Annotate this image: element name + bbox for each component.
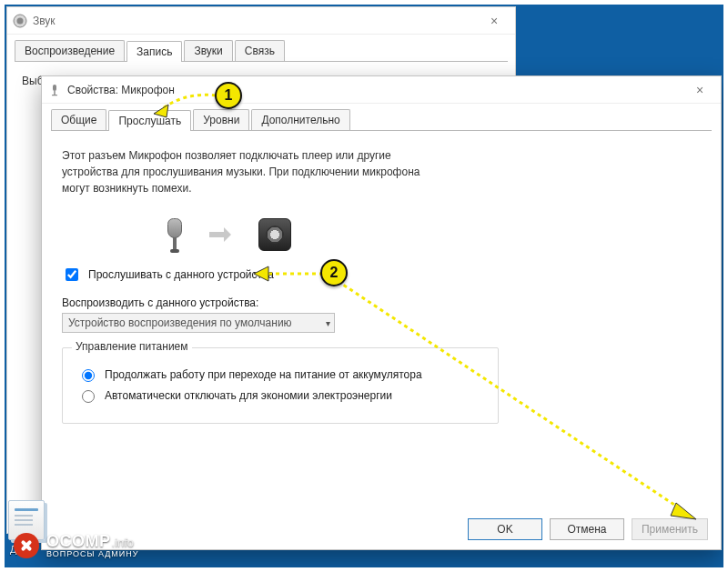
sound-titlebar: Звук × [7,7,515,35]
tab-general[interactable]: Общие [51,109,106,130]
tab-listen[interactable]: Прослушать [108,110,191,131]
annotation-marker-1: 1 [215,82,242,109]
svg-point-1 [17,17,24,24]
sound-tabs: Воспроизведение Запись Звуки Связь [15,40,515,61]
power-radio-continue[interactable]: Продолжать работу при переходе на питани… [77,366,483,382]
tab-recording[interactable]: Запись [126,41,182,62]
power-group-title: Управление питанием [72,340,192,353]
svg-rect-2 [53,85,56,91]
svg-rect-4 [52,95,57,95]
watermark: OCOMP.info ВОПРОСЫ АДМИНУ [14,532,139,558]
arrow-right-icon [209,228,237,241]
listen-checkbox-label: Прослушивать с данного устройства [88,268,274,281]
watermark-logo-icon [14,533,39,558]
tab-communications[interactable]: Связь [235,40,285,61]
watermark-suffix: .info [112,536,135,549]
screenshot-stage: Звук × Воспроизведение Запись Звуки Связ… [0,0,728,572]
playback-device-label: Воспроизводить с данного устройства: [62,296,701,309]
tab-levels[interactable]: Уровни [193,109,249,130]
props-body: Этот разъем Микрофон позволяет подключат… [42,131,721,424]
speaker-small-icon [13,14,27,28]
props-tabs: Общие Прослушать Уровни Дополнительно [51,109,721,130]
sound-close-button[interactable]: × [479,14,510,28]
power-radio-2[interactable] [82,390,95,403]
power-radio-auto-off[interactable]: Автоматически отключать для экономии эле… [77,387,483,403]
mic-properties-window: Свойства: Микрофон × Общие Прослушать Ур… [41,75,722,550]
power-radio-1-label: Продолжать работу при переходе на питани… [105,368,422,381]
power-radio-1[interactable] [82,369,95,382]
ok-button[interactable]: OK [468,518,542,540]
props-footer: OK Отмена Применить [468,518,708,540]
microphone-icon [47,83,62,97]
watermark-sub: ВОПРОСЫ АДМИНУ [46,549,139,558]
speaker-large-icon [258,218,291,251]
listen-description: Этот разъем Микрофон позволяет подключат… [62,147,444,196]
listen-checkbox-row[interactable]: Прослушивать с данного устройства [62,266,701,284]
power-management-group: Управление питанием Продолжать работу пр… [62,347,499,424]
listen-illustration [162,216,701,253]
sound-title: Звук [33,15,479,27]
apply-button[interactable]: Применить [632,518,708,540]
cancel-button[interactable]: Отмена [550,518,624,540]
props-close-button[interactable]: × [684,83,715,97]
power-radio-2-label: Автоматически отключать для экономии эле… [105,389,392,402]
svg-rect-3 [54,91,56,95]
props-title: Свойства: Микрофон [67,84,684,96]
playback-device-value: Устройство воспроизведения по умолчанию [68,316,292,329]
watermark-text: OCOMP.info ВОПРОСЫ АДМИНУ [46,532,139,558]
mic-large-icon [162,216,187,253]
annotation-marker-2: 2 [320,259,348,286]
props-titlebar: Свойства: Микрофон × [42,76,721,104]
listen-checkbox[interactable] [66,268,78,281]
watermark-brand: OCOMP [46,532,111,550]
tab-advanced[interactable]: Дополнительно [251,109,349,130]
tab-playback[interactable]: Воспроизведение [15,40,125,61]
tab-sounds[interactable]: Звуки [184,40,232,61]
chevron-down-icon: ▾ [326,318,330,328]
playback-device-combo[interactable]: Устройство воспроизведения по умолчанию … [62,313,335,333]
